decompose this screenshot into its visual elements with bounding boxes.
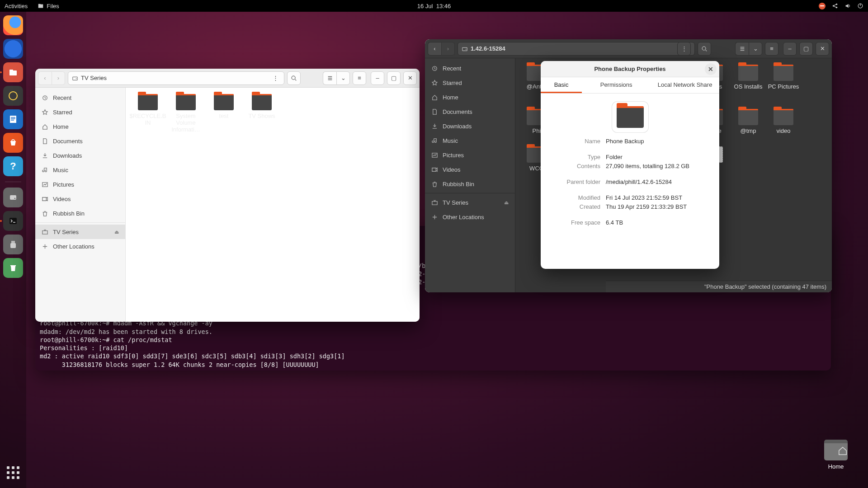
dock-help[interactable]: ? [3, 156, 23, 176]
folder-item[interactable]: $RECYCLE.BIN [129, 94, 166, 133]
file-view[interactable]: $RECYCLE.BINSystem Volume Informati…test… [126, 88, 420, 322]
show-applications-button[interactable] [3, 463, 23, 483]
path-menu-button[interactable]: ⋮ [677, 42, 691, 56]
sidebar-item-documents[interactable]: Documents [35, 134, 125, 148]
dock-terminal[interactable] [3, 211, 23, 231]
folder-item[interactable]: PC Pictures [766, 65, 801, 97]
dialog-close-button[interactable]: ✕ [705, 63, 717, 75]
maximize-button[interactable]: ▢ [387, 71, 401, 85]
desktop-home-label: Home [824, 463, 848, 470]
sidebar-item-downloads[interactable]: Downloads [35, 148, 125, 163]
close-button[interactable]: ✕ [403, 71, 417, 85]
dock-trash[interactable] [3, 258, 23, 278]
folder-item[interactable]: test [205, 94, 242, 133]
dock-libreoffice-writer[interactable] [3, 109, 23, 129]
svg-rect-12 [9, 218, 17, 224]
sidebar-item-rubbish-bin[interactable]: Rubbish Bin [35, 206, 125, 221]
view-options-button[interactable]: ⌄ [749, 42, 762, 56]
minimize-button[interactable]: – [371, 71, 384, 85]
network-icon[interactable] [832, 3, 838, 9]
view-list-button[interactable] [735, 42, 749, 56]
sidebar-item-documents[interactable]: Documents [425, 104, 515, 119]
folder-item[interactable]: System Volume Informati… [167, 94, 204, 133]
volume-icon[interactable] [844, 3, 851, 9]
forward-button[interactable]: › [52, 71, 65, 85]
folder-item[interactable]: video [766, 109, 801, 135]
location-bar[interactable]: TV Series ⋮ [68, 71, 284, 85]
appmenu-files[interactable]: Files [38, 3, 59, 9]
value-created: Thu 19 Apr 2159 21:33:29 BST [606, 203, 709, 210]
sidebar-item-videos[interactable]: Videos [425, 162, 515, 177]
tab-permissions[interactable]: Permissions [582, 77, 651, 93]
dock-rhythmbox[interactable] [3, 86, 23, 106]
headerbar: ‹ › 1.42.6-15284 ⋮ ⌄ ≡ – ▢ ✕ [425, 39, 832, 58]
view-options-button[interactable]: ⌄ [336, 71, 350, 85]
sidebar-item-videos[interactable]: Videos [35, 192, 125, 206]
sidebar-item-pictures[interactable]: Pictures [425, 148, 515, 162]
sidebar: RecentStarredHomeDocumentsDownloadsMusic… [35, 88, 126, 322]
value-contents: 27,090 items, totalling 128.2 GB [606, 163, 709, 169]
sidebar-mount-tv-series[interactable]: TV Series⏏ [425, 195, 515, 210]
search-button[interactable] [698, 42, 711, 56]
sidebar-item-music[interactable]: Music [35, 163, 125, 177]
path-menu-button[interactable]: ⋮ [270, 73, 280, 83]
svg-rect-15 [10, 265, 16, 266]
dock-thunderbird[interactable] [3, 39, 23, 59]
sidebar-item-home[interactable]: Home [425, 90, 515, 104]
svg-rect-8 [11, 118, 15, 119]
search-button[interactable] [287, 71, 301, 85]
hamburger-button[interactable]: ≡ [353, 71, 366, 85]
sidebar-other-locations[interactable]: Other Locations [425, 210, 515, 224]
sidebar-item-starred[interactable]: Starred [425, 75, 515, 90]
location-bar[interactable]: 1.42.6-15284 ⋮ [458, 42, 695, 56]
sidebar-item-music[interactable]: Music [425, 133, 515, 148]
sidebar-item-recent[interactable]: Recent [35, 90, 125, 105]
clock[interactable]: 16 Jul 13:46 [417, 3, 451, 9]
sidebar-item-starred[interactable]: Starred [35, 105, 125, 119]
label-freespace: Free space [551, 219, 600, 226]
dock-drive-usb[interactable] [3, 235, 23, 254]
dock-drive-1[interactable] [3, 188, 23, 207]
tab-local-network-share[interactable]: Local Network Share [651, 77, 719, 93]
sidebar-item-recent[interactable]: Recent [425, 61, 515, 75]
status-bar: "Phone Backup" selected (containing 47 i… [606, 281, 832, 292]
view-list-button[interactable] [323, 71, 336, 85]
back-button[interactable]: ‹ [38, 71, 52, 85]
location-label: 1.42.6-15284 [471, 45, 505, 52]
files-window-tv-series: ‹ › TV Series ⋮ ⌄ ≡ – ▢ ✕ RecentStarredH… [35, 69, 420, 322]
sidebar-mount-tv-series[interactable]: TV Series⏏ [35, 225, 125, 239]
folder-item[interactable]: TV Shows [243, 94, 280, 133]
no-entry-icon[interactable] [819, 3, 826, 9]
label-type: Type [551, 154, 600, 160]
svg-rect-16 [73, 77, 78, 80]
dock-ubuntu-software[interactable] [3, 133, 23, 153]
sidebar-item-rubbish-bin[interactable]: Rubbish Bin [425, 177, 515, 191]
sidebar-item-home[interactable]: Home [35, 119, 125, 134]
sidebar-item-pictures[interactable]: Pictures [35, 177, 125, 192]
svg-rect-19 [462, 47, 467, 51]
dock-firefox[interactable] [3, 15, 23, 35]
hamburger-button[interactable]: ≡ [765, 42, 778, 56]
power-icon[interactable] [857, 3, 863, 9]
folder-item[interactable]: @tmp [731, 109, 766, 135]
maximize-button[interactable]: ▢ [799, 42, 813, 56]
folder-item[interactable]: OS Installs [731, 65, 766, 97]
sidebar-item-downloads[interactable]: Downloads [425, 119, 515, 133]
minimize-button[interactable]: – [783, 42, 797, 56]
forward-button[interactable]: › [441, 42, 455, 56]
close-button[interactable]: ✕ [816, 42, 829, 56]
dialog-title: Phone Backup Properties [594, 66, 665, 72]
location-label: TV Series [81, 75, 107, 81]
dock-files[interactable] [3, 62, 23, 82]
desktop-home-folder[interactable]: Home [824, 440, 848, 470]
svg-rect-9 [11, 120, 14, 121]
value-name: Phone Backup [606, 138, 709, 145]
sidebar: RecentStarredHomeDocumentsDownloadsMusic… [425, 58, 515, 292]
dialog-titlebar: Phone Backup Properties ✕ [541, 61, 719, 77]
tab-basic[interactable]: Basic [541, 77, 582, 93]
svg-rect-13 [11, 241, 15, 243]
back-button[interactable]: ‹ [428, 42, 441, 56]
sidebar-other-locations[interactable]: Other Locations [35, 239, 125, 253]
svg-point-1 [836, 4, 838, 5]
activities-button[interactable]: Activities [5, 3, 28, 9]
